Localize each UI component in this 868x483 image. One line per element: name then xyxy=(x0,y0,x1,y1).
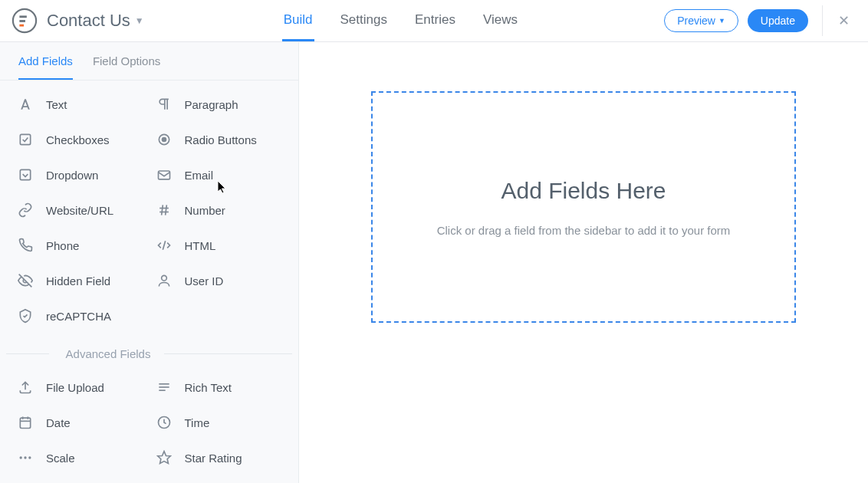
field-html[interactable]: HTML xyxy=(150,228,288,263)
chevron-down-icon: ▼ xyxy=(718,17,725,25)
tab-views[interactable]: Views xyxy=(482,0,519,41)
svg-point-27 xyxy=(28,456,31,458)
field-dropdown[interactable]: Dropdown xyxy=(11,157,150,192)
logo-title-wrap: Contact Us ▼ xyxy=(12,8,144,34)
field-checkboxes[interactable]: Checkboxes xyxy=(11,122,150,157)
upload-icon xyxy=(17,379,34,396)
dropzone-title: Add Fields Here xyxy=(501,178,666,204)
email-icon xyxy=(156,166,173,183)
field-label: Scale xyxy=(46,452,75,465)
field-label: Paragraph xyxy=(185,98,238,111)
radio-icon xyxy=(156,131,173,148)
clock-icon xyxy=(156,414,173,431)
tab-build[interactable]: Build xyxy=(282,0,314,41)
svg-rect-8 xyxy=(158,171,169,179)
svg-marker-28 xyxy=(157,452,170,464)
fields-list: Text Paragraph Checkboxes Radio Buttons … xyxy=(0,80,298,483)
basic-fields-grid: Text Paragraph Checkboxes Radio Buttons … xyxy=(0,80,298,334)
svg-rect-20 xyxy=(20,418,30,428)
field-email[interactable]: Email xyxy=(150,157,288,192)
update-button[interactable]: Update xyxy=(748,9,808,32)
svg-point-25 xyxy=(20,456,22,458)
field-label: Radio Buttons xyxy=(185,133,257,146)
sidebar-tabs: Add Fields Field Options xyxy=(0,42,298,80)
svg-point-6 xyxy=(162,138,166,142)
field-label: Hidden Field xyxy=(46,274,110,288)
field-label: Time xyxy=(185,416,210,429)
text-icon xyxy=(17,96,34,113)
field-hidden[interactable]: Hidden Field xyxy=(11,263,150,298)
code-icon xyxy=(156,237,173,254)
field-label: Date xyxy=(46,416,71,429)
field-date[interactable]: Date xyxy=(11,405,150,440)
field-phone[interactable]: Phone xyxy=(11,228,150,263)
tab-entries[interactable]: Entries xyxy=(413,0,457,41)
svg-line-11 xyxy=(161,205,163,215)
field-label: Rich Text xyxy=(185,381,232,394)
lines-icon xyxy=(156,379,173,396)
sidebar-tab-add-fields[interactable]: Add Fields xyxy=(18,54,73,80)
phone-icon xyxy=(17,237,34,254)
user-icon xyxy=(156,272,173,289)
field-label: Number xyxy=(185,204,225,217)
field-number[interactable]: Number xyxy=(150,192,288,228)
field-file-upload[interactable]: File Upload xyxy=(11,370,150,405)
close-icon[interactable]: ✕ xyxy=(835,9,853,32)
hash-icon xyxy=(156,202,173,219)
field-label: Dropdown xyxy=(46,169,98,182)
svg-line-13 xyxy=(163,241,165,250)
section-label: Advanced Fields xyxy=(49,347,165,360)
checkbox-icon xyxy=(17,131,34,148)
field-label: HTML xyxy=(185,239,216,252)
field-label: Email xyxy=(185,169,214,182)
divider xyxy=(164,353,292,354)
svg-rect-3 xyxy=(19,25,24,27)
field-rich-text[interactable]: Rich Text xyxy=(150,370,288,405)
form-title-dropdown[interactable]: Contact Us ▼ xyxy=(47,11,144,31)
top-actions: Preview ▼ Update ✕ xyxy=(664,5,853,36)
shield-check-icon xyxy=(17,307,34,324)
field-star-rating[interactable]: Star Rating xyxy=(150,440,288,475)
tab-settings[interactable]: Settings xyxy=(339,0,389,41)
sidebar: Add Fields Field Options Text Paragraph … xyxy=(0,42,299,483)
divider xyxy=(6,353,49,354)
field-radio-buttons[interactable]: Radio Buttons xyxy=(150,122,288,157)
field-user-id[interactable]: User ID xyxy=(150,263,288,298)
field-recaptcha[interactable]: reCAPTCHA xyxy=(11,298,150,334)
svg-rect-1 xyxy=(19,15,26,18)
field-label: reCAPTCHA xyxy=(46,310,111,323)
svg-point-15 xyxy=(161,275,166,281)
preview-label: Preview xyxy=(677,15,715,27)
preview-button[interactable]: Preview ▼ xyxy=(664,9,738,32)
field-scale[interactable]: Scale xyxy=(11,440,150,475)
field-label: File Upload xyxy=(46,381,104,394)
field-url[interactable]: Website/URL xyxy=(11,192,150,228)
dropzone[interactable]: Add Fields Here Click or drag a field fr… xyxy=(371,91,796,323)
field-label: Website/URL xyxy=(46,204,113,217)
link-icon xyxy=(17,202,34,219)
advanced-fields-grid: File Upload Rich Text Date Time Scale xyxy=(0,363,298,475)
svg-point-26 xyxy=(24,456,26,458)
field-paragraph[interactable]: Paragraph xyxy=(150,87,288,122)
field-text[interactable]: Text xyxy=(11,87,150,122)
dropzone-subtitle: Click or drag a field from the sidebar t… xyxy=(437,224,731,237)
workspace: Add Fields Field Options Text Paragraph … xyxy=(0,42,868,483)
form-title-text: Contact Us xyxy=(47,11,130,31)
eye-off-icon xyxy=(17,272,34,289)
calendar-icon xyxy=(17,414,34,431)
svg-line-12 xyxy=(165,205,166,215)
advanced-section-header: Advanced Fields xyxy=(0,347,298,360)
field-label: Text xyxy=(46,98,67,111)
svg-rect-4 xyxy=(20,134,30,144)
field-label: Checkboxes xyxy=(46,133,110,146)
main-tabs: Build Settings Entries Views xyxy=(282,0,519,41)
field-time[interactable]: Time xyxy=(150,405,288,440)
scale-dots-icon xyxy=(17,449,34,466)
sidebar-tab-field-options[interactable]: Field Options xyxy=(93,54,160,80)
field-label: Star Rating xyxy=(185,452,242,465)
chevron-down-icon: ▼ xyxy=(135,15,144,26)
app-logo xyxy=(12,8,38,34)
paragraph-icon xyxy=(156,96,173,113)
field-label: User ID xyxy=(185,274,224,288)
dropdown-icon xyxy=(17,166,34,183)
